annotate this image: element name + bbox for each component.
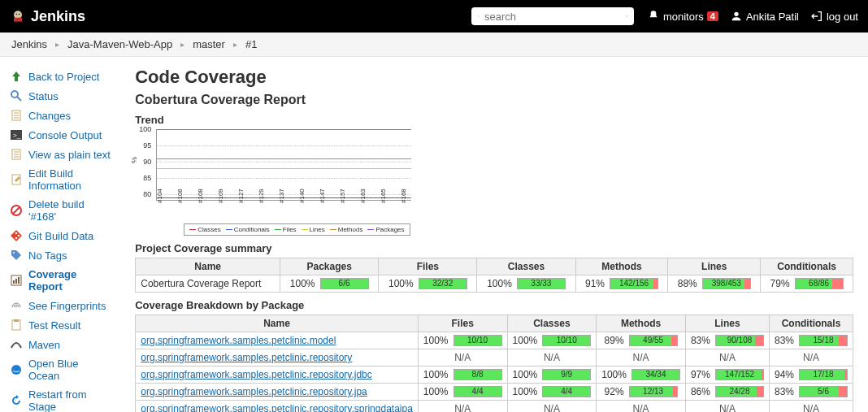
sidebar-item-label: Delete build '#168' [28,198,111,223]
na-value: N/A [719,352,736,363]
package-link[interactable]: org.springframework.samples.petclinic.re… [141,369,372,380]
coverage-pct: 83% [775,335,794,346]
report-icon [10,274,23,287]
coverage-bar: 8/8 [454,369,502,380]
coverage-cell: 92% 12/13 [601,386,680,397]
sidebar-item-test-result[interactable]: Test Result [0,315,120,335]
breadcrumb: Jenkins▸ Java-Maven-Web-App▸ master▸ #1 [0,33,868,57]
bc-build[interactable]: #1 [245,38,257,50]
coverage-pct: 83% [775,386,794,397]
coverage-ratio: 4/4 [454,387,501,397]
col-lines: Lines [685,315,769,332]
coverage-ratio: 6/6 [321,279,368,288]
sidebar-item-changes[interactable]: Changes [0,106,120,125]
trend-xtick: #163 [359,189,367,203]
svg-line-23 [13,207,20,214]
trend-chart: %80859095100#104#106#108#109#127#129#137… [135,129,411,219]
sidebar-item-no-tags[interactable]: No Tags [0,245,120,265]
coverage-bar: 90/108 [715,335,764,346]
sidebar-item-console-output[interactable]: >_Console Output [0,125,120,145]
svg-point-25 [15,237,18,240]
sidebar-item-open-blue-ocean[interactable]: Open Blue Ocean [0,354,120,385]
sidebar-item-maven[interactable]: Maven [0,335,120,354]
coverage-ratio: 49/55 [630,336,677,345]
logout-link[interactable]: log out [810,10,858,23]
monitors-label: monitors [663,11,704,23]
coverage-bar: 32/32 [419,278,467,289]
sidebar-item-status[interactable]: Status [0,86,120,106]
sidebar-item-restart-from-stage[interactable]: Restart from Stage [0,385,120,412]
sidebar-item-coverage-report[interactable]: Coverage Report [0,265,120,296]
svg-point-9 [11,91,18,98]
search-input[interactable] [484,11,621,23]
sidebar-item-edit-build-information[interactable]: Edit Build Information [0,164,120,195]
page-title: Code Coverage [135,67,853,88]
package-row: org.springframework.samples.petclinic.re… [136,401,853,413]
sidebar-item-delete-build-168-[interactable]: Delete build '#168' [0,195,120,226]
coverage-cell: 100% 6/6 [285,278,373,289]
breakdown-table: NameFilesClassesMethodsLinesConditionals… [135,314,853,412]
chevron-right-icon: ▸ [233,40,237,49]
sidebar-item-label: Console Output [28,129,102,141]
search-box[interactable]: ? [471,7,634,25]
trend-xtick: #137 [278,189,285,203]
trend-ytick: 85 [135,174,151,182]
bc-jenkins[interactable]: Jenkins [11,38,47,50]
user-link[interactable]: Ankita Patil [730,10,799,23]
coverage-cell: 100% 34/34 [601,369,680,380]
sidebar-item-view-as-plain-text[interactable]: View as plain text [0,145,120,164]
na-value: N/A [719,403,736,412]
coverage-ratio: 34/34 [632,370,679,379]
sidebar-item-label: Status [28,90,59,102]
sidebar-item-label: Edit Build Information [28,167,111,192]
trend-xtick: #106 [176,189,184,203]
package-link[interactable]: org.springframework.samples.petclinic.re… [141,403,413,412]
coverage-ratio: 32/32 [419,279,467,288]
coverage-pct: 88% [678,278,697,289]
package-link[interactable]: org.springframework.samples.petclinic.re… [141,386,367,397]
sidebar-item-label: Maven [28,339,60,351]
coverage-ratio: 5/6 [800,387,847,397]
svg-point-27 [13,252,15,254]
coverage-pct: 100% [388,278,414,289]
na-value: N/A [633,352,649,363]
clipboard-icon [10,319,23,332]
coverage-ratio: 398/453 [703,279,750,288]
svg-text:>_: >_ [13,132,21,139]
page-subtitle: Cobertura Coverage Report [135,93,853,107]
sidebar-item-git-build-data[interactable]: Git Build Data [0,226,120,245]
legend-entry-files: Files [275,226,297,233]
trend-ytick: 90 [135,158,151,166]
col-lines: Lines [668,258,761,275]
magnifier-icon [10,89,23,102]
top-bar: Jenkins ? monitors 4 Ankita Patil log ou… [0,0,868,33]
coverage-ratio: 24/28 [716,387,763,397]
coverage-bar: 5/6 [799,386,848,397]
legend-entry-lines: Lines [302,226,325,233]
trend-xtick: #127 [237,189,245,203]
trend-ytick: 95 [135,141,151,150]
sidebar-item-back-to-project[interactable]: Back to Project [0,67,120,86]
coverage-pct: 83% [691,335,710,346]
sidebar-item-label: No Tags [28,249,67,262]
trend-xtick: #165 [380,189,387,203]
sidebar-item-see-fingerprints[interactable]: See Fingerprints [0,296,120,315]
trend-xtick: #108 [197,189,204,203]
sidebar-item-label: Changes [28,110,71,122]
coverage-cell: 86% 24/28 [691,386,764,397]
package-link[interactable]: org.springframework.samples.petclinic.re… [141,352,352,363]
trend-ytick: 80 [135,190,151,198]
package-link[interactable]: org.springframework.samples.petclinic.mo… [141,335,336,346]
monitors-count-badge: 4 [707,11,718,21]
help-icon[interactable]: ? [626,10,627,23]
svg-rect-31 [18,277,20,284]
coverage-pct: 100% [601,369,627,380]
doc-icon [10,148,23,161]
coverage-ratio: 142/156 [610,279,658,288]
package-row: org.springframework.samples.petclinic.re… [136,384,853,401]
trend-gridline [157,178,411,179]
monitors-link[interactable]: monitors 4 [647,10,718,23]
bc-project[interactable]: Java-Maven-Web-App [67,38,172,50]
jenkins-logo[interactable]: Jenkins [10,8,85,25]
bc-branch[interactable]: master [193,38,225,50]
